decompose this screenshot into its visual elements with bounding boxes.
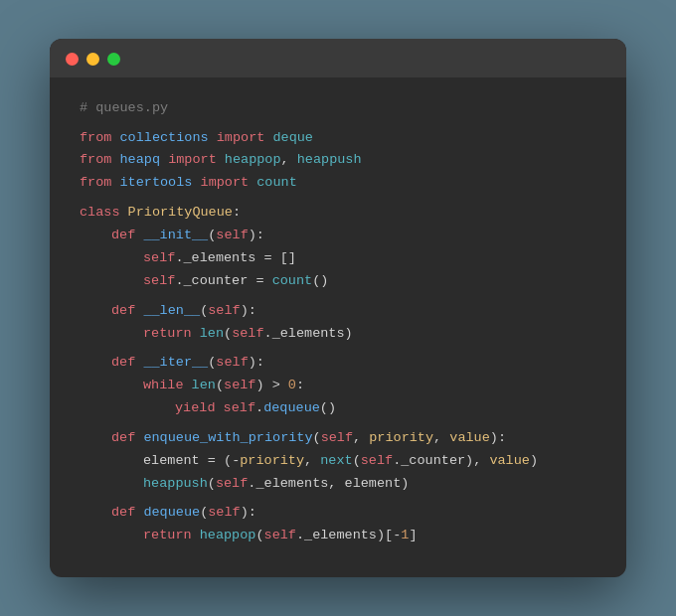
maximize-button[interactable] — [107, 53, 120, 66]
line-iter-yield: yield self.dequeue() — [80, 397, 596, 420]
line-iter-while: while len(self) > 0: — [80, 375, 596, 397]
line-len-body: return len(self._elements) — [80, 323, 596, 346]
line-class: class PriorityQueue: — [80, 202, 596, 225]
line-element: element = (-priority, next(self._counter… — [80, 450, 596, 473]
line-counter: self._counter = count() — [80, 270, 596, 293]
line-enqueue-def: def enqueue_with_priority(self, priority… — [80, 427, 596, 450]
line-init-def: def __init__(self): — [80, 225, 596, 247]
line-iter-def: def __iter__(self): — [80, 352, 596, 375]
line-heappop: return heappop(self._elements)[-1] — [80, 525, 596, 547]
close-button[interactable] — [66, 53, 79, 66]
line-dequeue-def: def dequeue(self): — [80, 502, 596, 525]
code-window: # queues.py from collections import dequ… — [50, 39, 626, 577]
line-heappush: heappush(self._elements, element) — [80, 473, 596, 496]
code-editor: # queues.py from collections import dequ… — [50, 77, 626, 577]
line-import-2: from heapq import heappop, heappush — [80, 149, 596, 172]
line-import-1: from collections import deque — [80, 127, 596, 150]
titlebar — [50, 39, 626, 77]
line-comment: # queues.py — [80, 97, 596, 120]
line-len-def: def __len__(self): — [80, 300, 596, 323]
minimize-button[interactable] — [86, 53, 99, 66]
line-elements: self._elements = [] — [80, 247, 596, 270]
line-import-3: from itertools import count — [80, 172, 596, 195]
